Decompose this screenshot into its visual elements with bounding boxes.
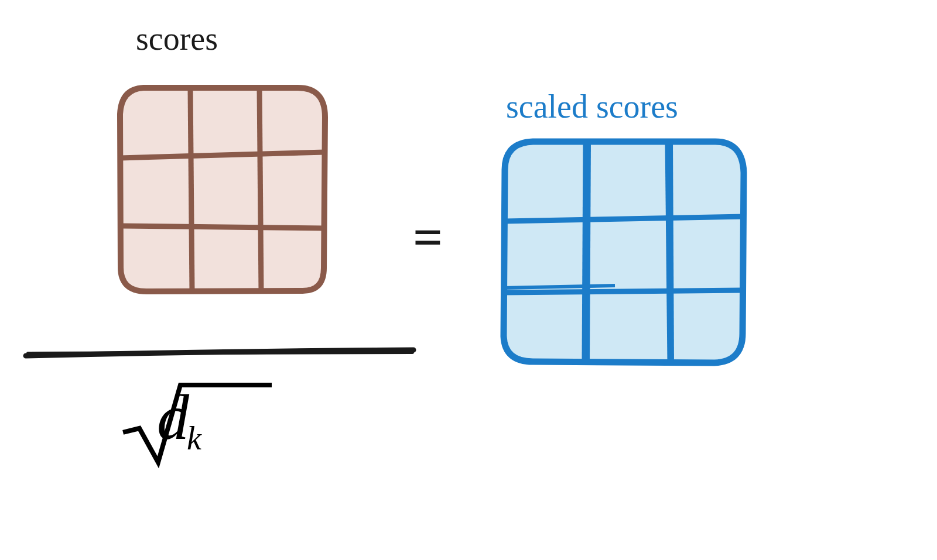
scaled-scores-label: scaled scores <box>506 88 678 125</box>
equals-symbol: = <box>413 217 443 259</box>
scores-matrix-icon <box>114 82 331 298</box>
sqrt-dk: dk <box>128 380 204 455</box>
dk-main: d <box>157 382 189 453</box>
scaled-scores-matrix-icon <box>498 135 750 369</box>
fraction-bar-icon <box>23 348 416 359</box>
dk-sub: k <box>187 420 201 456</box>
scores-label: scores <box>136 20 218 57</box>
